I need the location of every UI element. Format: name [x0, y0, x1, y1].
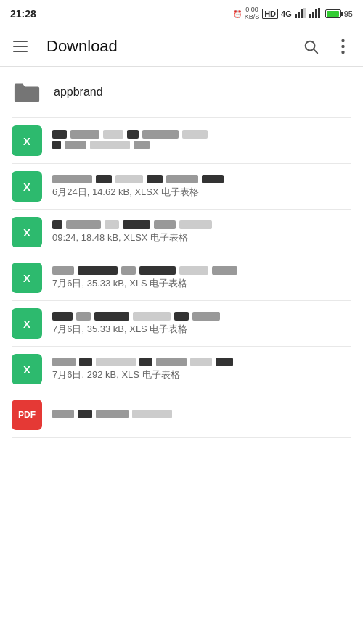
divider: [12, 437, 351, 438]
blur-block: [134, 141, 150, 149]
svg-point-12: [341, 50, 344, 53]
file-info: [52, 410, 351, 421]
blur-block: [190, 358, 212, 366]
folder-item-appbrand[interactable]: appbrand: [0, 67, 363, 117]
xlsx-icon: X: [12, 125, 42, 156]
blur-block: [182, 130, 208, 139]
svg-rect-1: [298, 12, 300, 18]
blur-block: [52, 312, 73, 321]
blur-block: [103, 130, 123, 139]
blur-block: [78, 410, 92, 418]
xls-icon: X: [12, 308, 42, 339]
file-name-blurred: [52, 220, 351, 229]
blur-block: [90, 141, 130, 149]
hamburger-line-2: [13, 46, 28, 47]
blur-block: [127, 130, 139, 139]
blur-block: [79, 358, 92, 366]
blur-block: [115, 175, 143, 183]
xls-icon: X: [12, 354, 42, 384]
blur-block: [139, 266, 176, 275]
svg-point-11: [341, 44, 344, 47]
blur-block: [154, 220, 176, 229]
file-name-blurred: [52, 312, 351, 321]
blur-block: [70, 130, 99, 139]
hd-icon: HD: [262, 9, 278, 19]
status-bar: 21:28 ⏰ 0.00 KB/S HD 4G: [0, 0, 363, 26]
file-name-blurred: [52, 358, 351, 366]
signal-bars-icon: [295, 8, 306, 20]
battery-icon: [325, 9, 341, 18]
hamburger-menu-button[interactable]: [6, 32, 35, 61]
svg-rect-7: [318, 8, 320, 18]
blur-block: [66, 220, 101, 229]
file-info: [52, 130, 351, 152]
svg-point-10: [341, 38, 344, 41]
xlsx-icon: X: [12, 217, 42, 247]
file-name-blurred: [52, 175, 351, 183]
blur-block: [142, 130, 179, 139]
blur-block: [94, 312, 129, 321]
file-info: 7月6日, 292 kB, XLS 电子表格: [52, 358, 351, 381]
blur-block: [52, 266, 74, 275]
file-meta: 7月6日, 35.33 kB, XLS 电子表格: [52, 277, 351, 290]
blur-block: [52, 220, 62, 229]
blur-block: [78, 266, 118, 275]
file-meta: 7月6日, 292 kB, XLS 电子表格: [52, 368, 351, 381]
blur-block: [52, 141, 61, 149]
svg-rect-3: [303, 8, 306, 18]
blur-block: [132, 410, 172, 418]
search-button[interactable]: [296, 32, 325, 61]
blur-block: [174, 312, 189, 321]
svg-rect-0: [295, 14, 297, 18]
blur-block: [121, 266, 136, 275]
svg-rect-6: [315, 9, 317, 18]
file-item[interactable]: X 7月6日, 35.33 kB, XLS 电子表格: [0, 301, 363, 346]
status-icons: ⏰ 0.00 KB/S HD 4G 95: [233, 7, 353, 21]
file-name-blurred: [52, 266, 351, 275]
file-name-blurred-2: [52, 141, 351, 149]
blur-block: [147, 175, 163, 183]
blur-block: [96, 410, 129, 418]
battery-percent: 95: [344, 9, 353, 18]
file-item[interactable]: X 09:24, 18.48 kB, XLSX 电子表格: [0, 210, 363, 255]
file-item[interactable]: X 7月6日, 35.33 kB, XLS 电子表格: [0, 255, 363, 300]
hamburger-line-1: [13, 41, 28, 42]
alarm-icon: ⏰: [233, 10, 242, 18]
status-time: 21:28: [10, 8, 36, 20]
file-item[interactable]: X: [0, 118, 363, 163]
blur-block: [52, 410, 74, 418]
more-options-button[interactable]: [328, 32, 357, 61]
svg-line-9: [314, 49, 317, 53]
speed-indicator: 0.00 KB/S: [245, 7, 260, 21]
blur-block: [192, 312, 220, 321]
hamburger-line-3: [13, 51, 28, 52]
svg-rect-5: [312, 12, 314, 18]
blur-block: [52, 358, 76, 366]
blur-block: [139, 358, 152, 366]
file-item[interactable]: PDF: [0, 392, 363, 437]
blur-block: [212, 266, 237, 275]
file-meta: 7月6日, 35.33 kB, XLS 电子表格: [52, 323, 351, 336]
xls-icon: X: [12, 263, 42, 293]
blur-block: [52, 130, 67, 139]
file-info: 09:24, 18.48 kB, XLSX 电子表格: [52, 220, 351, 244]
pdf-icon: PDF: [12, 400, 42, 430]
file-name-blurred: [52, 130, 351, 139]
blur-block: [96, 175, 112, 183]
file-item[interactable]: X 7月6日, 292 kB, XLS 电子表格: [0, 347, 363, 392]
file-meta: 6月24日, 14.62 kB, XLSX 电子表格: [52, 186, 351, 199]
blur-block: [156, 358, 187, 366]
blur-block: [133, 312, 171, 321]
xlsx-icon: X: [12, 171, 42, 202]
svg-rect-4: [309, 14, 311, 18]
blur-block: [202, 175, 224, 183]
svg-rect-2: [301, 9, 303, 18]
file-item[interactable]: X 6月24日, 14.62 kB, XLSX 电子表格: [0, 164, 363, 209]
blur-block: [216, 358, 233, 366]
folder-name: appbrand: [54, 86, 103, 99]
file-name-blurred: [52, 410, 351, 418]
blur-block: [105, 220, 119, 229]
app-bar-actions: [296, 32, 357, 61]
file-meta: 09:24, 18.48 kB, XLSX 电子表格: [52, 231, 351, 244]
file-info: 7月6日, 35.33 kB, XLS 电子表格: [52, 266, 351, 290]
